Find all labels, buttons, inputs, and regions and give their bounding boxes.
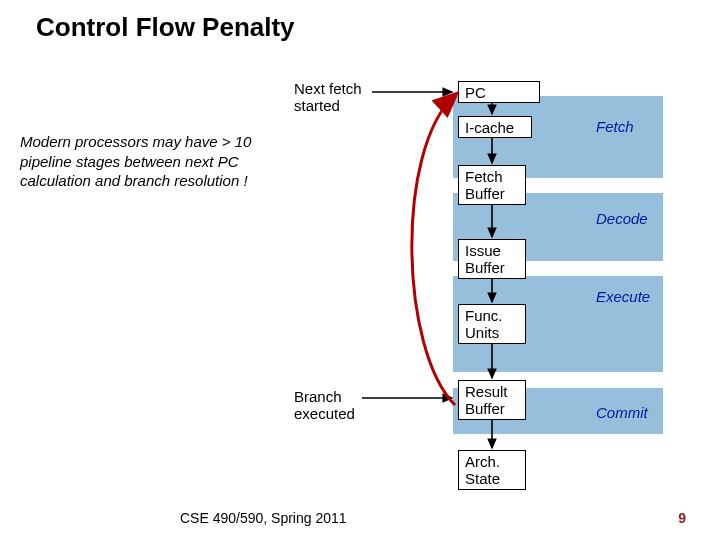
stage-fetch-label: Fetch — [596, 118, 634, 135]
box-icache: I-cache — [458, 116, 532, 138]
stage-commit-label: Commit — [596, 404, 648, 421]
label-branch-executed: Branch executed — [294, 388, 355, 422]
box-issue-buffer: Issue Buffer — [458, 239, 526, 279]
box-arch-state: Arch. State — [458, 450, 526, 490]
box-pc: PC — [458, 81, 540, 103]
box-result-buffer: Result Buffer — [458, 380, 526, 420]
label-next-fetch: Next fetch started — [294, 80, 362, 114]
footer-page-number: 9 — [678, 510, 686, 526]
box-func-units-text: Func. Units — [465, 307, 503, 341]
box-issue-buffer-text: Issue Buffer — [465, 242, 505, 276]
box-result-buffer-text: Result Buffer — [465, 383, 508, 417]
stage-execute-label: Execute — [596, 288, 650, 305]
box-fetch-buffer-text: Fetch Buffer — [465, 168, 505, 202]
box-pc-text: PC — [465, 84, 486, 101]
slide-title: Control Flow Penalty — [36, 12, 295, 43]
body-paragraph: Modern processors may have > 10 pipeline… — [20, 132, 280, 191]
box-arch-state-text: Arch. State — [465, 453, 500, 487]
box-fetch-buffer: Fetch Buffer — [458, 165, 526, 205]
box-func-units: Func. Units — [458, 304, 526, 344]
footer-course: CSE 490/590, Spring 2011 — [180, 510, 347, 526]
stage-decode-label: Decode — [596, 210, 648, 227]
box-icache-text: I-cache — [465, 119, 514, 136]
